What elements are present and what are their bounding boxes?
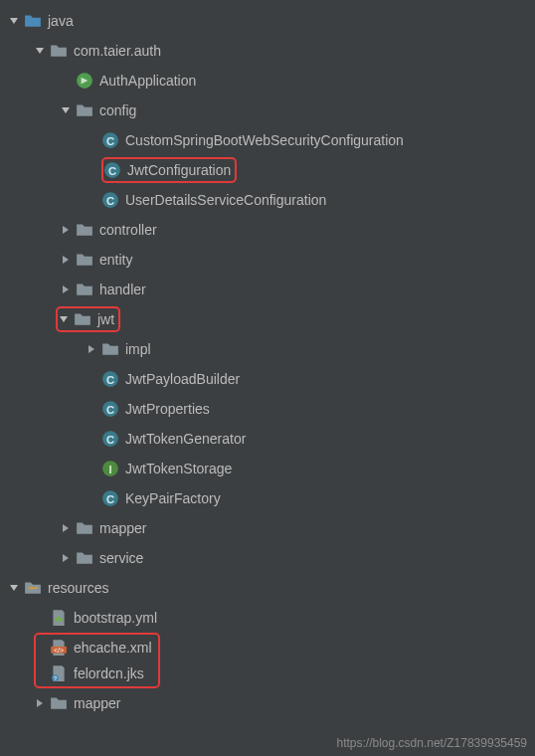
- svg-text:C: C: [106, 404, 114, 416]
- folder-icon: [50, 694, 68, 712]
- package-icon: [76, 251, 93, 269]
- project-tree: java com.taier.auth AuthApplication conf…: [0, 0, 535, 718]
- tree-item-package[interactable]: handler: [0, 275, 535, 304]
- svg-text:?: ?: [54, 675, 57, 681]
- package-icon: [101, 340, 119, 358]
- tree-item-file[interactable]: ? felordcn.jks: [36, 661, 144, 686]
- tree-label: ehcache.xml: [74, 640, 152, 656]
- tree-label: jwt: [97, 311, 114, 327]
- yaml-file-icon: [50, 609, 68, 627]
- svg-text:I: I: [108, 464, 111, 475]
- tree-label: felordcn.jks: [74, 665, 144, 681]
- tree-item-file[interactable]: bootstrap.yml: [0, 603, 535, 633]
- tree-label: JwtConfiguration: [127, 162, 231, 178]
- highlight-box: jwt: [56, 306, 120, 332]
- package-icon: [76, 281, 93, 298]
- tree-item-package[interactable]: mapper: [0, 513, 535, 543]
- class-icon: C: [101, 191, 119, 209]
- tree-item-class[interactable]: C JwtPayloadBuilder: [0, 364, 535, 394]
- watermark: https://blog.csdn.net/Z17839935459: [337, 736, 527, 750]
- tree-item-jwt[interactable]: jwt: [0, 304, 535, 334]
- svg-text:</>: </>: [54, 647, 64, 654]
- chevron-down-icon[interactable]: [34, 46, 46, 56]
- tree-label: KeyPairFactory: [125, 490, 221, 506]
- package-icon: [74, 310, 91, 328]
- tree-item-file[interactable]: </> ehcache.xml: [36, 635, 152, 661]
- class-icon: C: [101, 430, 119, 448]
- tree-label: JwtPayloadBuilder: [125, 371, 240, 387]
- chevron-down-icon[interactable]: [8, 583, 20, 593]
- tree-label: AuthApplication: [99, 73, 196, 89]
- chevron-right-icon[interactable]: [60, 284, 72, 294]
- svg-text:C: C: [106, 135, 114, 147]
- svg-text:C: C: [106, 195, 114, 207]
- svg-text:C: C: [106, 374, 114, 386]
- tree-item-resources[interactable]: resources: [0, 573, 535, 603]
- class-icon: C: [101, 131, 119, 149]
- package-icon: [76, 519, 93, 537]
- tree-item-class[interactable]: C JwtTokenGenerator: [0, 424, 535, 454]
- tree-item-package[interactable]: com.taier.auth: [0, 36, 535, 66]
- chevron-right-icon[interactable]: [60, 523, 72, 533]
- highlight-group: </> ehcache.xml ? felordcn.jks: [0, 633, 535, 688]
- svg-text:C: C: [106, 434, 114, 446]
- tree-label: mapper: [74, 695, 120, 711]
- package-icon: [76, 221, 93, 239]
- tree-item-package[interactable]: impl: [0, 334, 535, 364]
- chevron-down-icon[interactable]: [8, 16, 20, 26]
- tree-item-package[interactable]: service: [0, 543, 535, 573]
- tree-label: mapper: [99, 520, 146, 536]
- tree-item-class[interactable]: AuthApplication: [0, 66, 535, 95]
- chevron-right-icon[interactable]: [34, 698, 46, 708]
- tree-label: java: [48, 13, 74, 29]
- folder-icon: [24, 12, 42, 30]
- tree-label: bootstrap.yml: [74, 610, 157, 626]
- tree-label: controller: [99, 222, 157, 238]
- tree-label: com.taier.auth: [74, 43, 161, 59]
- package-icon: [50, 42, 68, 60]
- file-icon: ?: [50, 664, 68, 682]
- svg-text:C: C: [106, 493, 114, 505]
- tree-label: config: [99, 102, 136, 118]
- class-icon: C: [101, 400, 119, 418]
- tree-item-folder[interactable]: mapper: [0, 688, 535, 718]
- tree-item-class[interactable]: C CustomSpringBootWebSecurityConfigurati…: [0, 125, 535, 155]
- class-icon: C: [101, 370, 119, 388]
- spring-boot-icon: [76, 72, 93, 90]
- tree-item-class[interactable]: C KeyPairFactory: [0, 483, 535, 513]
- svg-rect-17: [29, 587, 38, 589]
- class-icon: C: [101, 489, 119, 507]
- chevron-right-icon[interactable]: [86, 344, 97, 354]
- tree-item-class[interactable]: C JwtProperties: [0, 394, 535, 424]
- chevron-down-icon[interactable]: [58, 314, 70, 324]
- tree-item-package[interactable]: entity: [0, 245, 535, 275]
- tree-item-interface[interactable]: I JwtTokenStorage: [0, 454, 535, 483]
- package-icon: [76, 549, 93, 567]
- tree-label: resources: [48, 580, 108, 596]
- tree-label: JwtTokenStorage: [125, 461, 232, 476]
- tree-label: CustomSpringBootWebSecurityConfiguration: [125, 132, 404, 148]
- resources-folder-icon: [24, 579, 42, 597]
- tree-label: entity: [99, 252, 132, 268]
- tree-item-package[interactable]: config: [0, 95, 535, 125]
- tree-item-java[interactable]: java: [0, 6, 535, 36]
- tree-label: handler: [99, 282, 146, 297]
- chevron-down-icon[interactable]: [60, 105, 72, 115]
- tree-item-jwt-config[interactable]: C JwtConfiguration: [0, 155, 535, 185]
- svg-text:C: C: [108, 165, 116, 177]
- interface-icon: I: [101, 460, 119, 477]
- tree-label: JwtProperties: [125, 401, 210, 417]
- highlight-box: C JwtConfiguration: [101, 157, 237, 183]
- xml-file-icon: </>: [50, 639, 68, 657]
- chevron-right-icon[interactable]: [60, 255, 72, 265]
- tree-label: JwtTokenGenerator: [125, 431, 246, 447]
- package-icon: [76, 101, 93, 119]
- tree-item-package[interactable]: controller: [0, 215, 535, 245]
- chevron-right-icon[interactable]: [60, 225, 72, 235]
- tree-label: service: [99, 550, 143, 566]
- class-icon: C: [103, 161, 121, 179]
- tree-item-class[interactable]: C UserDetailsServiceConfiguration: [0, 185, 535, 215]
- chevron-right-icon[interactable]: [60, 553, 72, 563]
- tree-label: UserDetailsServiceConfiguration: [125, 192, 326, 208]
- tree-label: impl: [125, 341, 151, 357]
